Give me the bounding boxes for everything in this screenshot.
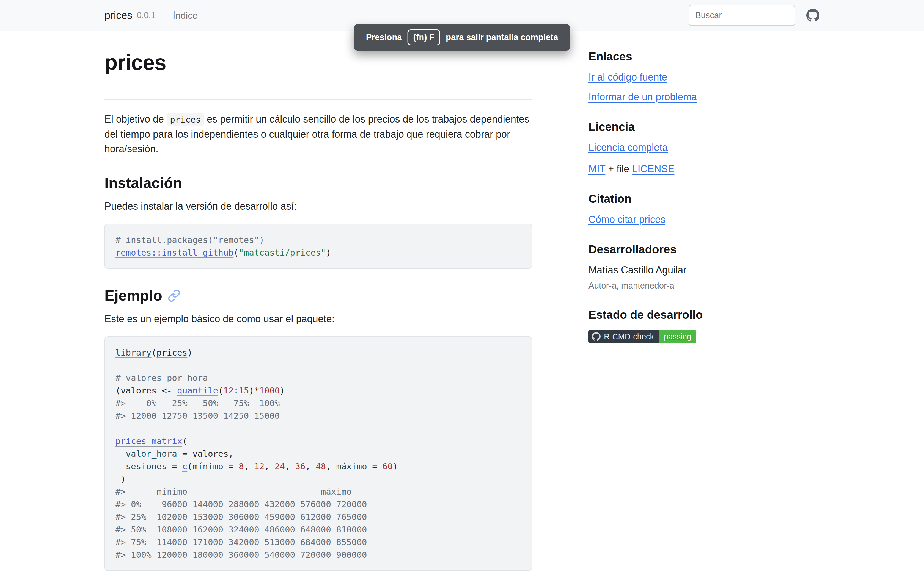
code-token: ( [152, 348, 157, 358]
badge-status: passing [659, 330, 696, 343]
code-token: ( [187, 461, 192, 471]
citation-link[interactable]: Cómo citar prices [588, 214, 819, 225]
code-function-link[interactable]: prices_matrix [115, 436, 183, 446]
code-token: 12 [254, 461, 264, 471]
code-function-link[interactable]: remotes::install_github [115, 248, 233, 258]
code-token: #> mínimo máximo [115, 487, 352, 496]
code-token: 48 [316, 461, 326, 471]
page-title: prices [105, 50, 532, 75]
code-token: ) [279, 385, 285, 395]
code-token: mínimo [192, 461, 223, 471]
code-function-link[interactable]: c [183, 461, 187, 471]
install-code-block: # install.packages("remotes")remotes::in… [105, 224, 532, 269]
report-problem-link[interactable]: Informar de un problema [588, 91, 819, 103]
code-token: = [367, 461, 383, 471]
sidebar-section-developers: Desarrolladores Matías Castillo Aguilar … [588, 243, 819, 291]
example-code-block: library(prices) # valores por hora(valor… [105, 336, 532, 571]
code-token: 60 [383, 461, 393, 471]
version-label: 0.0.1 [137, 10, 156, 20]
code-token [115, 461, 126, 471]
code-token: # valores por hora [115, 373, 208, 383]
code-token: ( [233, 248, 239, 258]
sidebar-section-links: Enlaces Ir al código fuente Informar de … [588, 50, 819, 103]
code-token: = valores, [177, 449, 233, 459]
code-token: 36 [295, 461, 305, 471]
citation-heading: Citation [588, 192, 819, 206]
code-token: ) [187, 348, 192, 358]
links-heading: Enlaces [588, 50, 819, 63]
code-token: 8 [239, 461, 244, 471]
code-token: #> 25% 102000 153000 306000 459000 61200… [115, 512, 367, 522]
license-heading: Licencia [588, 120, 819, 134]
intro-text-before: El objetivo de [105, 113, 166, 125]
code-token: : [233, 385, 239, 395]
brand-link[interactable]: prices [105, 10, 132, 21]
code-token: valores <- [121, 385, 177, 395]
fullscreen-exit-toast: Presiona (fn) F para salir pantalla comp… [354, 24, 570, 50]
page-header: prices [105, 50, 532, 100]
code-token: , [305, 461, 316, 471]
code-function-link[interactable]: prices [157, 348, 187, 358]
developers-heading: Desarrolladores [588, 243, 819, 256]
code-token: 12 [223, 385, 233, 395]
code-token: ) [326, 248, 331, 258]
intro-paragraph: El objetivo de prices es permitir un cál… [105, 112, 532, 156]
inline-code-prices: prices [166, 113, 204, 126]
example-heading: Ejemplo [105, 287, 532, 304]
code-token: #> 50% 108000 162000 324000 486000 64800… [115, 524, 367, 534]
code-token: , [244, 461, 254, 471]
code-token: , [264, 461, 275, 471]
code-token: ( [115, 385, 121, 395]
developer-role: Autor-a, mantenedor-a [588, 281, 819, 291]
code-token: #> 0% 25% 50% 75% 100% [115, 398, 285, 408]
code-token: , [326, 461, 336, 471]
mit-link[interactable]: MIT [588, 163, 605, 174]
install-description: Puedes instalar la versión de desarrollo… [105, 201, 532, 212]
code-token: valor_hora [126, 449, 177, 459]
code-token: "matcasti/prices" [239, 248, 326, 258]
code-token: # install.packages("remotes") [115, 235, 264, 245]
code-function-link[interactable]: library [115, 348, 152, 358]
example-description: Este es un ejemplo básico de como usar e… [105, 313, 532, 325]
code-token: sesiones [126, 461, 166, 471]
sidebar-section-license: Licencia Licencia completa MIT + file LI… [588, 120, 819, 175]
code-token: ) [393, 461, 398, 471]
toast-prefix: Presiona [366, 32, 402, 42]
fn-f-key: (fn) F [407, 29, 440, 45]
code-token: 24 [275, 461, 285, 471]
code-token: #> 75% 114000 171000 342000 513000 68400… [115, 537, 367, 547]
r-cmd-check-badge[interactable]: R-CMD-check passing [588, 330, 696, 343]
code-token: = [223, 461, 239, 471]
github-icon [592, 332, 601, 341]
toast-suffix: para salir pantalla completa [446, 32, 558, 42]
badge-label: R-CMD-check [604, 332, 654, 341]
section-anchor-link-icon[interactable] [168, 289, 180, 302]
code-token: )* [249, 385, 259, 395]
status-heading: Estado de desarrollo [588, 308, 819, 321]
search-input[interactable] [688, 5, 795, 26]
sidebar-section-status: Estado de desarrollo R-CMD-check passing [588, 308, 819, 343]
license-file-link[interactable]: LICENSE [632, 163, 674, 174]
developer-name: Matías Castillo Aguilar [588, 264, 819, 276]
code-token: = [167, 461, 183, 471]
nav-item-indice[interactable]: Índice [173, 10, 198, 21]
install-heading: Instalación [105, 174, 532, 191]
code-token: #> 12000 12750 13500 14250 15000 [115, 411, 285, 421]
sidebar-section-citation: Citation Cómo citar prices [588, 192, 819, 225]
sidebar: Enlaces Ir al código fuente Informar de … [588, 50, 819, 571]
code-token: ( [218, 385, 223, 395]
license-line: MIT + file LICENSE [588, 163, 819, 175]
code-token: 15 [239, 385, 249, 395]
code-token: máximo [336, 461, 367, 471]
code-function-link[interactable]: quantile [177, 385, 218, 395]
github-icon[interactable] [806, 9, 819, 22]
source-code-link[interactable]: Ir al código fuente [588, 71, 819, 83]
main-content: prices El objetivo de prices es permitir… [105, 50, 532, 571]
code-token: 1000 [259, 385, 280, 395]
code-token: #> 100% 120000 180000 360000 540000 7200… [115, 550, 367, 560]
code-token: #> 0% 96000 144000 288000 432000 576000 … [115, 499, 367, 509]
license-middle-text: + file [605, 163, 632, 174]
full-license-link[interactable]: Licencia completa [588, 142, 819, 153]
code-token [115, 449, 126, 459]
code-token: ) [115, 474, 126, 484]
